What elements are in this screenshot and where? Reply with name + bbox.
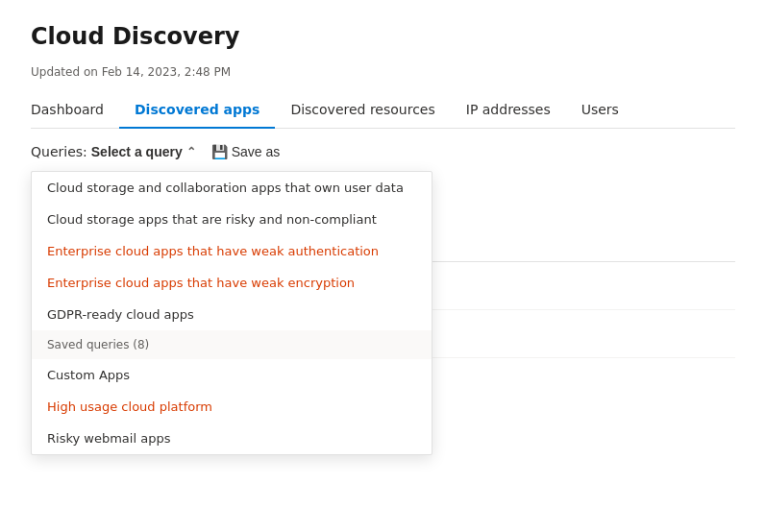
- dropdown-item-item2[interactable]: Cloud storage apps that are risky and no…: [32, 204, 432, 235]
- select-query-button[interactable]: Select a query ⌃: [91, 144, 196, 159]
- dropdown-item-section1[interactable]: Saved queries (8): [32, 330, 432, 359]
- tab-dashboard[interactable]: Dashboard: [31, 94, 119, 129]
- chevron-up-icon: ⌃: [186, 145, 196, 158]
- save-icon: 💾: [211, 144, 228, 159]
- tab-users[interactable]: Users: [566, 94, 634, 129]
- tab-discovered-apps[interactable]: Discovered apps: [119, 94, 275, 129]
- save-as-button[interactable]: 💾 Save as: [211, 144, 281, 159]
- save-as-label: Save as: [232, 144, 281, 159]
- query-dropdown: Cloud storage and collaboration apps tha…: [31, 171, 432, 455]
- dropdown-item-item8[interactable]: Risky webmail apps: [32, 423, 432, 454]
- dropdown-item-item3[interactable]: Enterprise cloud apps that have weak aut…: [32, 235, 432, 267]
- dropdown-item-item7[interactable]: High usage cloud platform: [32, 391, 432, 423]
- page-title: Cloud Discovery: [31, 23, 735, 50]
- queries-label: Queries:: [31, 144, 87, 159]
- dropdown-item-item5[interactable]: GDPR-ready cloud apps: [32, 299, 432, 330]
- select-query-label: Select a query: [91, 144, 183, 159]
- dropdown-item-item6[interactable]: Custom Apps: [32, 359, 432, 391]
- dropdown-item-item1[interactable]: Cloud storage and collaboration apps tha…: [32, 172, 432, 204]
- dropdown-list: Cloud storage and collaboration apps tha…: [32, 172, 432, 454]
- tabs-bar: Dashboard Discovered apps Discovered res…: [31, 94, 735, 129]
- tab-discovered-resources[interactable]: Discovered resources: [275, 94, 450, 129]
- updated-text: Updated on Feb 14, 2023, 2:48 PM: [31, 65, 735, 79]
- tab-ip-addresses[interactable]: IP addresses: [451, 94, 566, 129]
- dropdown-item-item4[interactable]: Enterprise cloud apps that have weak enc…: [32, 267, 432, 299]
- toolbar-row: Queries: Select a query ⌃ 💾 Save as Clou…: [31, 144, 735, 159]
